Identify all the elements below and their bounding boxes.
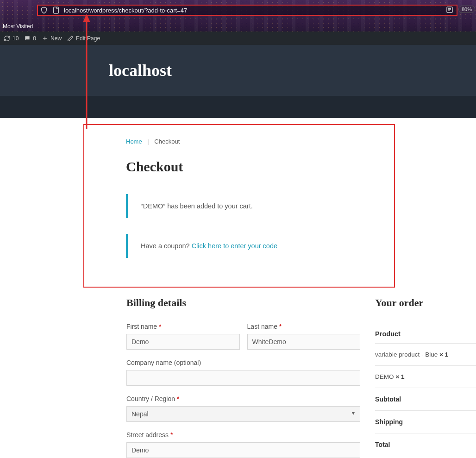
order-item-qty: × 1 [395, 373, 404, 380]
order-row: DEMO × 1 [375, 366, 476, 388]
country-select[interactable]: Nepal [126, 406, 360, 422]
billing-column: Billing details First name * Last name *… [126, 297, 360, 458]
order-item-qty: × 1 [439, 351, 448, 358]
header-shadow [0, 96, 476, 118]
edit-page-label: Edit Page [76, 35, 100, 42]
checkout-form-area: Billing details First name * Last name *… [0, 297, 476, 458]
page-icon [52, 6, 60, 14]
svg-rect-0 [54, 7, 59, 13]
breadcrumb-current: Checkout [154, 138, 180, 145]
order-shipping: Shipping [375, 411, 476, 433]
new-button[interactable]: New [42, 35, 62, 42]
order-heading: Your order [375, 297, 476, 309]
coupon-link[interactable]: Click here to enter your code [192, 242, 277, 250]
new-label: New [50, 35, 62, 42]
site-header: localhost [0, 45, 476, 96]
coupon-notice: Have a coupon? Click here to enter your … [126, 234, 352, 258]
street-label: Street address * [126, 431, 360, 439]
first-name-label: First name * [126, 323, 240, 330]
url-text[interactable]: localhost/wordpress/checkout/?add-to-car… [62, 7, 457, 14]
order-column: Your order Product variable product - Bl… [375, 297, 476, 458]
order-total: Total [375, 433, 476, 456]
cart-notice-text: “DEMO” has been added to your cart. [141, 202, 253, 210]
updates-count: 10 [13, 35, 19, 42]
street-input[interactable] [126, 442, 360, 458]
shield-icon[interactable] [40, 6, 48, 14]
highlight-region: Home | Checkout Checkout “DEMO” has been… [83, 124, 395, 288]
edit-page-button[interactable]: Edit Page [67, 35, 100, 42]
billing-heading: Billing details [126, 297, 360, 309]
company-input[interactable] [126, 370, 360, 386]
page-title: Checkout [126, 159, 352, 175]
comments-button[interactable]: 0 [24, 35, 36, 42]
order-item-name: variable product - Blue [375, 351, 439, 358]
cart-notice: “DEMO” has been added to your cart. [126, 194, 352, 218]
street-field: Street address * [126, 431, 360, 458]
browser-chrome: localhost/wordpress/checkout/?add-to-car… [0, 0, 476, 31]
reader-mode-icon[interactable] [445, 6, 454, 14]
last-name-input[interactable] [247, 334, 361, 350]
first-name-field: First name * [126, 323, 240, 350]
address-bar[interactable]: localhost/wordpress/checkout/?add-to-car… [37, 5, 457, 16]
company-field: Company name (optional) [126, 359, 360, 386]
comments-count: 0 [33, 35, 36, 42]
company-label: Company name (optional) [126, 359, 360, 366]
site-title[interactable]: localhost [109, 61, 172, 80]
country-field: Country / Region * Nepal [126, 395, 360, 422]
wp-admin-bar: 10 0 New Edit Page [0, 31, 476, 45]
most-visited-link[interactable]: Most Visited [3, 23, 33, 30]
breadcrumb: Home | Checkout [126, 138, 352, 145]
coupon-prompt: Have a coupon? [141, 242, 192, 250]
breadcrumb-home[interactable]: Home [126, 138, 142, 145]
zoom-level[interactable]: 80% [458, 6, 475, 13]
first-name-input[interactable] [126, 334, 240, 350]
order-item-name: DEMO [375, 373, 395, 380]
last-name-label: Last name * [247, 323, 361, 330]
order-subtotal: Subtotal [375, 388, 476, 411]
updates-button[interactable]: 10 [4, 35, 19, 42]
order-table: Product variable product - Blue × 1 DEMO… [375, 323, 476, 456]
page-body: Home | Checkout Checkout “DEMO” has been… [0, 118, 476, 458]
order-product-header: Product [375, 323, 476, 344]
last-name-field: Last name * [247, 323, 361, 350]
breadcrumb-sep: | [147, 138, 149, 145]
order-row: variable product - Blue × 1 [375, 344, 476, 366]
country-label: Country / Region * [126, 395, 360, 402]
